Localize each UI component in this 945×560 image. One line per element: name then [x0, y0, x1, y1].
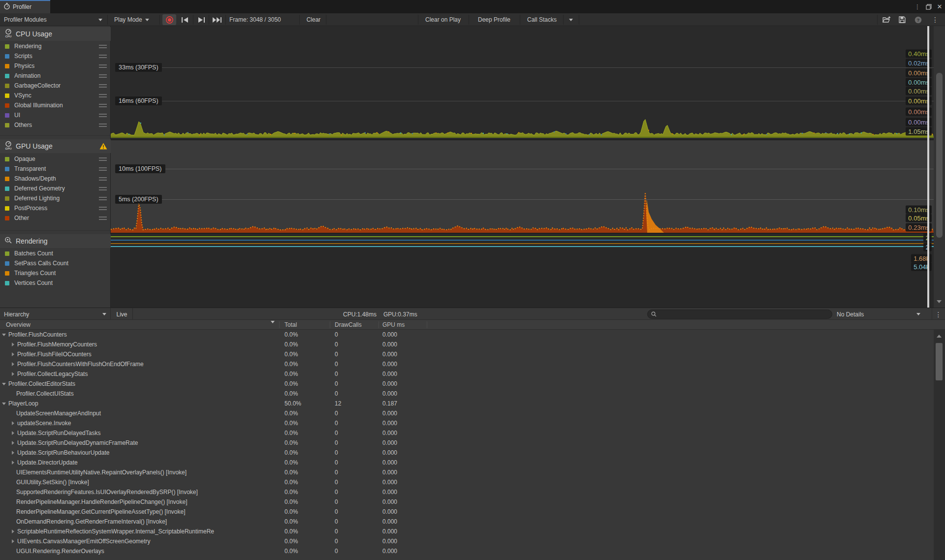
table-row[interactable]: RenderPipelineManager.HandleRenderPipeli… — [0, 497, 934, 507]
live-button[interactable]: Live — [111, 308, 133, 320]
play-mode-dropdown[interactable]: Play Mode — [110, 13, 158, 26]
drag-handle-icon[interactable] — [99, 217, 107, 221]
deep-profile-button[interactable]: Deep Profile — [470, 13, 519, 26]
table-row[interactable]: Profiler.FlushFileIOCounters0.0%00.000 — [0, 349, 934, 359]
drag-handle-icon[interactable] — [99, 187, 107, 192]
sort-arrow-icon[interactable] — [271, 321, 275, 323]
legend-item-rendering[interactable]: Rendering — [0, 41, 111, 51]
table-row[interactable]: OnDemandRendering.GetRenderFrameInterval… — [0, 517, 934, 527]
table-scrollbar-thumb[interactable] — [936, 343, 943, 380]
collapse-arrow-icon[interactable] — [12, 529, 14, 533]
search-input[interactable] — [647, 310, 832, 319]
legend-item-opaque[interactable]: Opaque — [0, 154, 111, 164]
drag-handle-icon[interactable] — [99, 177, 107, 182]
drag-handle-icon[interactable] — [99, 114, 107, 119]
table-row[interactable]: Update.ScriptRunDelayedTasks0.0%00.000 — [0, 428, 934, 438]
collapse-arrow-icon[interactable] — [12, 539, 14, 543]
scroll-down-icon[interactable] — [937, 300, 942, 303]
window-menu-icon[interactable]: ⋮ — [912, 0, 923, 13]
table-row[interactable]: Profiler.CollectUIStats0.0%00.000 — [0, 389, 934, 399]
drag-handle-icon[interactable] — [99, 207, 107, 212]
legend-item-physics[interactable]: Physics — [0, 61, 111, 71]
hierarchy-dropdown[interactable]: Hierarchy — [0, 308, 111, 320]
legend-item-postprocess[interactable]: PostProcess — [0, 203, 111, 213]
clear-on-play-button[interactable]: Clear on Play — [418, 13, 468, 26]
legend-item-other[interactable]: Other — [0, 213, 111, 223]
module-header-gpu-usage[interactable]: GPUGPU Usage — [0, 139, 111, 153]
window-restore-icon[interactable] — [923, 0, 934, 13]
table-row[interactable]: UIElementsRuntimeUtilityNative.RepaintOv… — [0, 467, 934, 477]
table-row[interactable]: Profiler.CollectEditorStats0.0%00.000 — [0, 379, 934, 389]
drag-handle-icon[interactable] — [99, 94, 107, 99]
collapse-arrow-icon[interactable] — [12, 372, 14, 376]
drag-handle-icon[interactable] — [99, 197, 107, 202]
help-button[interactable]: ? — [911, 13, 925, 26]
module-header-cpu-usage[interactable]: CPUCPU Usage — [0, 27, 111, 41]
table-row[interactable]: Update.ScriptRunDelayedDynamicFrameRate0… — [0, 438, 934, 448]
table-scrollbar[interactable] — [934, 330, 945, 560]
expand-arrow-icon[interactable] — [2, 383, 6, 385]
details-menu-icon[interactable]: ⋮ — [932, 308, 945, 320]
table-row[interactable]: GUIUtility.SetSkin() [Invoke]0.0%00.000 — [0, 477, 934, 487]
column-drawcalls[interactable]: DrawCalls — [335, 320, 362, 330]
table-row[interactable]: Profiler.CollectLegacyStats0.0%00.000 — [0, 369, 934, 379]
legend-item-ui[interactable]: UI — [0, 110, 111, 120]
record-button[interactable] — [162, 14, 176, 25]
table-row[interactable]: Profiler.FlushMemoryCounters0.0%00.000 — [0, 340, 934, 349]
legend-item-scripts[interactable]: Scripts — [0, 51, 111, 61]
rendering-chart[interactable] — [111, 234, 934, 308]
drag-handle-icon[interactable] — [99, 84, 107, 89]
legend-item-triangles-count[interactable]: Triangles Count — [0, 268, 111, 278]
drag-handle-icon[interactable] — [99, 124, 107, 128]
legend-item-transparent[interactable]: Transparent — [0, 164, 111, 174]
legend-item-vsync[interactable]: VSync — [0, 91, 111, 100]
expand-arrow-icon[interactable] — [2, 403, 6, 405]
collapse-arrow-icon[interactable] — [12, 352, 14, 356]
window-close-icon[interactable]: ✕ — [934, 0, 945, 13]
drag-handle-icon[interactable] — [99, 104, 107, 109]
legend-item-shadows-depth[interactable]: Shadows/Depth — [0, 174, 111, 184]
toolbar-menu-icon[interactable]: ⋮ — [929, 13, 942, 26]
current-frame-indicator[interactable] — [927, 26, 929, 308]
legend-item-setpass-calls-count[interactable]: SetPass Calls Count — [0, 258, 111, 268]
legend-item-batches-count[interactable]: Batches Count — [0, 249, 111, 258]
clear-button[interactable]: Clear — [302, 13, 325, 26]
drag-handle-icon[interactable] — [99, 64, 107, 69]
drag-handle-icon[interactable] — [99, 167, 107, 172]
chart-scrollbar[interactable] — [934, 26, 945, 308]
load-profile-button[interactable] — [880, 13, 893, 26]
table-row[interactable]: SupportedRenderingFeatures.IsUIOverlayRe… — [0, 487, 934, 497]
collapse-arrow-icon[interactable] — [12, 441, 14, 445]
collapse-arrow-icon[interactable] — [12, 421, 14, 425]
chart-scrollbar-thumb[interactable] — [936, 73, 943, 238]
save-profile-button[interactable] — [895, 13, 909, 26]
column-gpu-ms[interactable]: GPU ms — [382, 320, 405, 330]
collapse-arrow-icon[interactable] — [12, 451, 14, 455]
drag-handle-icon[interactable] — [99, 45, 107, 50]
current-frame-button[interactable] — [210, 13, 224, 26]
drag-handle-icon[interactable] — [99, 74, 107, 79]
tab-profiler[interactable]: Profiler — [0, 0, 50, 13]
table-row[interactable]: Profiler.FlushCountersWithFlushOnEndOfFr… — [0, 359, 934, 369]
profiler-modules-dropdown[interactable]: Profiler Modules — [0, 13, 107, 26]
collapse-arrow-icon[interactable] — [12, 461, 14, 465]
collapse-arrow-icon[interactable] — [12, 362, 14, 366]
table-row[interactable]: Update.ScriptRunBehaviourUpdate0.0%00.00… — [0, 448, 934, 458]
legend-item-animation[interactable]: Animation — [0, 71, 111, 81]
cpu-chart[interactable] — [111, 26, 934, 140]
module-header-rendering[interactable]: Rendering — [0, 234, 111, 248]
drag-handle-icon[interactable] — [99, 55, 107, 60]
drag-handle-icon[interactable] — [99, 157, 107, 162]
table-row[interactable]: UpdateScreenManagerAndInput0.0%00.000 — [0, 408, 934, 418]
legend-item-garbagecollector[interactable]: GarbageCollector — [0, 81, 111, 91]
table-row[interactable]: updateScene.Invoke0.0%00.000 — [0, 418, 934, 428]
table-row[interactable]: RenderPipelineManager.GetCurrentPipeline… — [0, 507, 934, 517]
table-row[interactable]: Update.DirectorUpdate0.0%00.000 — [0, 458, 934, 467]
table-row[interactable]: PlayerLoop50.0%120.187 — [0, 399, 934, 408]
collapse-arrow-icon[interactable] — [12, 342, 14, 346]
table-row[interactable]: UGUI.Rendering.RenderOverlays0.0%00.000 — [0, 546, 934, 556]
table-row[interactable]: ScriptableRuntimeReflectionSystemWrapper… — [0, 527, 934, 536]
details-view-dropdown[interactable]: No Details — [837, 308, 927, 320]
collapse-arrow-icon[interactable] — [12, 431, 14, 435]
next-frame-button[interactable] — [194, 13, 208, 26]
